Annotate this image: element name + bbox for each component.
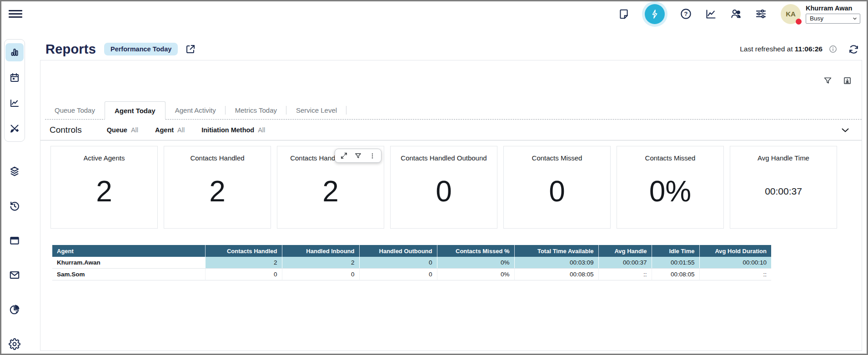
cell: 00:08:05 xyxy=(652,269,699,280)
card-contacts-handled[interactable]: Contacts Handled 2 xyxy=(164,146,271,229)
refresh-icon[interactable] xyxy=(848,44,859,55)
layers-icon[interactable] xyxy=(8,165,21,178)
card-active-agents[interactable]: Active Agents 2 xyxy=(50,146,158,229)
sidebar-item-reports[interactable] xyxy=(5,43,24,61)
cell: :: xyxy=(699,269,771,280)
cell: 0 xyxy=(205,269,282,280)
col-agent[interactable]: Agent xyxy=(52,245,205,257)
card-contacts-handled-inbound[interactable]: Contacts Handled Inbound 2 xyxy=(277,146,384,229)
tab-service-level[interactable]: Service Level xyxy=(286,101,346,119)
last-refreshed-time: 11:06:26 xyxy=(795,45,823,53)
avatar[interactable]: KA xyxy=(781,4,801,24)
main-content: Reports Performance Today Last refreshed… xyxy=(28,26,867,354)
design-brush-icon xyxy=(9,123,20,134)
contacts-icon[interactable] xyxy=(729,7,743,21)
tab-agent-today[interactable]: Agent Today xyxy=(105,101,166,120)
table-row[interactable]: Khurram.Awan 2 2 0 0% 00:03:09 00:00:37 … xyxy=(52,257,771,269)
col-handled-inbound[interactable]: Handled Inbound xyxy=(282,245,359,257)
avatar-initials: KA xyxy=(786,10,796,18)
gear-icon[interactable] xyxy=(8,338,21,350)
filter-icon[interactable] xyxy=(823,75,833,85)
cell: 0% xyxy=(437,269,514,280)
expand-icon[interactable] xyxy=(340,152,348,160)
user-area: KA Khurram Awan Busy xyxy=(781,4,860,24)
sidebar-item-customize[interactable] xyxy=(5,120,24,138)
cell: 0 xyxy=(282,269,359,280)
metrics-icon[interactable] xyxy=(704,7,717,21)
report-badge[interactable]: Performance Today xyxy=(104,43,178,55)
col-handled-outbound[interactable]: Handled Outbound xyxy=(359,245,437,257)
status-select-value: Busy xyxy=(810,15,823,22)
tab-queue-today[interactable]: Queue Today xyxy=(45,101,105,119)
col-contacts-missed-pct[interactable]: Contacts Missed % xyxy=(437,245,514,257)
agent-table: Agent Contacts Handled Handled Inbound H… xyxy=(52,245,771,280)
agent-table-wrap: Agent Contacts Handled Handled Inbound H… xyxy=(52,245,862,280)
table-row[interactable]: Sam.Som 0 0 0 0% 00:08:05 :: 00:08:05 :: xyxy=(52,269,771,280)
notes-icon[interactable] xyxy=(617,7,631,21)
sidebar-lower-group xyxy=(8,165,21,350)
settings-sliders-icon[interactable] xyxy=(754,7,768,21)
card-avg-handle-time[interactable]: Avg Handle Time 00:00:37 xyxy=(730,146,837,229)
col-idle-time[interactable]: Idle Time xyxy=(652,245,699,257)
col-total-time-available[interactable]: Total Time Available xyxy=(514,245,598,257)
col-avg-handle[interactable]: Avg Handle xyxy=(598,245,652,257)
filter-initiation-method[interactable]: Initiation MethodAll xyxy=(201,126,265,134)
quick-actions-halo xyxy=(642,1,667,27)
filter-agent[interactable]: AgentAll xyxy=(155,126,185,134)
calendar-icon xyxy=(9,72,20,83)
table-header-row: Agent Contacts Handled Handled Inbound H… xyxy=(52,245,771,257)
topbar-actions: ? KA Khurram Awan Busy xyxy=(617,1,860,27)
controls-bar: Controls QueueAll AgentAll Initiation Me… xyxy=(40,120,862,140)
user-meta: Khurram Awan Busy xyxy=(806,5,860,24)
report-panel: Queue Today Agent Today Agent Activity M… xyxy=(40,60,862,351)
agent-name-cell: Sam.Som xyxy=(52,269,205,280)
sidebar-item-analytics[interactable] xyxy=(5,94,24,112)
controls-label: Controls xyxy=(50,125,82,135)
user-name: Khurram Awan xyxy=(806,5,860,12)
panel-actions xyxy=(823,75,852,85)
col-contacts-handled[interactable]: Contacts Handled xyxy=(205,245,282,257)
kebab-menu-icon[interactable] xyxy=(368,152,376,160)
card-contacts-missed-pct[interactable]: Contacts Missed 0% xyxy=(617,146,724,229)
external-link-icon[interactable] xyxy=(185,44,196,55)
svg-text:?: ? xyxy=(684,10,687,17)
info-icon[interactable] xyxy=(828,45,838,54)
cell: 00:01:55 xyxy=(652,257,699,269)
col-avg-hold-duration[interactable]: Avg Hold Duration xyxy=(699,245,771,257)
card-filter-icon[interactable] xyxy=(354,152,362,160)
card-contacts-handled-outbound[interactable]: Contacts Handled Outbound 0 xyxy=(390,146,497,229)
lightning-bolt-button[interactable] xyxy=(645,4,665,24)
history-icon[interactable] xyxy=(8,200,21,212)
card-hover-toolbar xyxy=(335,149,381,163)
controls-collapse-chevron-icon[interactable] xyxy=(840,125,851,135)
mail-icon[interactable] xyxy=(8,269,21,281)
download-icon[interactable] xyxy=(842,75,852,85)
cell: 2 xyxy=(205,257,282,269)
metric-cards: Active Agents 2 Contacts Handled 2 Conta… xyxy=(50,146,862,229)
filter-queue[interactable]: QueueAll xyxy=(107,126,138,134)
card-contacts-missed[interactable]: Contacts Missed 0 xyxy=(503,146,611,229)
line-chart-icon xyxy=(9,98,20,109)
cell: 0% xyxy=(437,257,514,269)
cell: 00:00:10 xyxy=(699,257,771,269)
report-tabs: Queue Today Agent Today Agent Activity M… xyxy=(45,101,862,120)
browser-window-icon[interactable] xyxy=(8,234,21,247)
tab-metrics-today[interactable]: Metrics Today xyxy=(226,101,286,119)
chevron-down-icon xyxy=(852,16,858,21)
cell: 00:08:05 xyxy=(514,269,598,280)
top-bar: ? KA Khurram Awan Busy xyxy=(1,1,867,26)
app-window: ? KA Khurram Awan Busy xyxy=(0,0,868,355)
status-select[interactable]: Busy xyxy=(806,14,860,24)
status-dot xyxy=(796,19,802,25)
tab-agent-activity[interactable]: Agent Activity xyxy=(166,101,226,119)
cell: 00:00:37 xyxy=(598,257,652,269)
hamburger-menu-icon[interactable] xyxy=(9,9,22,20)
last-refreshed-text: Last refreshed at 11:06:26 xyxy=(740,45,823,53)
cell: 00:03:09 xyxy=(514,257,598,269)
bar-chart-icon xyxy=(9,47,20,58)
page-title: Reports xyxy=(45,42,96,57)
sidebar-item-schedule[interactable] xyxy=(5,69,24,87)
help-icon[interactable]: ? xyxy=(679,7,692,21)
pie-chart-icon[interactable] xyxy=(8,303,21,316)
cell: 2 xyxy=(282,257,359,269)
